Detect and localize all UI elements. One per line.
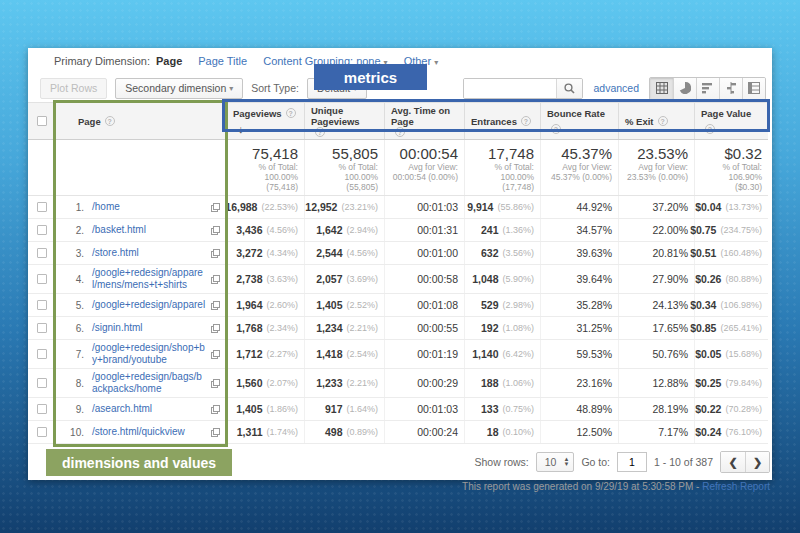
percentage-view-icon[interactable] bbox=[673, 78, 696, 99]
search-icon[interactable] bbox=[556, 78, 582, 99]
row-checkbox[interactable] bbox=[37, 378, 47, 388]
open-page-icon[interactable] bbox=[211, 301, 220, 310]
open-page-icon[interactable] bbox=[211, 350, 220, 359]
column-header-entrances[interactable]: Entrances? bbox=[464, 103, 540, 139]
avg-time-cell-value: 00:01:00 bbox=[417, 247, 458, 259]
page-cell: 8./google+redesign/bags/backpacks/home bbox=[55, 369, 226, 397]
row-checkbox[interactable] bbox=[37, 300, 47, 310]
row-number: 10. bbox=[62, 427, 84, 438]
dimension-content-grouping-link[interactable]: Content Grouping: none▾ bbox=[263, 55, 387, 67]
column-header-page-value[interactable]: Page Value? bbox=[694, 103, 768, 139]
unique-pageviews-cell-value: 498 bbox=[325, 426, 343, 438]
row-checkbox[interactable] bbox=[37, 404, 47, 414]
entrances-cell: 188(1.06%) bbox=[464, 369, 540, 397]
open-page-icon[interactable] bbox=[211, 203, 220, 212]
next-page-icon[interactable]: ❯ bbox=[745, 452, 769, 472]
view-toggle-group bbox=[649, 77, 766, 100]
entrances-cell: 1,140(6.42%) bbox=[464, 340, 540, 368]
help-icon[interactable]: ? bbox=[658, 116, 668, 126]
page-link[interactable]: /store.html/quickview bbox=[92, 426, 207, 438]
column-header-unique-pageviews[interactable]: Unique Pageviews? bbox=[304, 103, 384, 139]
page-link[interactable]: /google+redesign/apparel bbox=[92, 299, 207, 311]
pageviews-cell-percent: (2.27%) bbox=[266, 349, 298, 359]
entrances-cell-percent: (6.42%) bbox=[502, 349, 534, 359]
refresh-report-link[interactable]: Refresh Report bbox=[702, 481, 770, 492]
comparison-view-icon[interactable] bbox=[719, 78, 742, 99]
page-value-cell-value: $0.51 bbox=[690, 247, 716, 259]
column-header-avg-time[interactable]: Avg. Time on Page? bbox=[384, 103, 464, 139]
column-header-pageviews[interactable]: Pageviews?↓ bbox=[226, 103, 304, 139]
dimension-other-link[interactable]: Other▾ bbox=[404, 55, 439, 67]
table-search bbox=[463, 78, 583, 99]
unique-pageviews-cell: 1,405(2.52%) bbox=[304, 294, 384, 316]
column-header-page[interactable]: Page? bbox=[55, 103, 226, 139]
help-icon[interactable]: ? bbox=[315, 127, 325, 137]
row-checkbox[interactable] bbox=[37, 323, 47, 333]
page-link[interactable]: /home bbox=[92, 201, 207, 213]
pivot-view-icon[interactable] bbox=[742, 78, 765, 99]
performance-view-icon[interactable] bbox=[696, 78, 719, 99]
goto-page-input[interactable] bbox=[617, 452, 647, 472]
dimension-page-selected[interactable]: Page bbox=[156, 55, 182, 67]
advanced-search-link[interactable]: advanced bbox=[593, 82, 639, 94]
plot-rows-button[interactable]: Plot Rows bbox=[40, 78, 107, 99]
column-header-bounce-rate[interactable]: Bounce Rate? bbox=[540, 103, 618, 139]
page-link[interactable]: /google+redesign/apparel/mens/mens+t+shi… bbox=[92, 267, 207, 291]
row-checkbox[interactable] bbox=[37, 274, 47, 284]
table-view-icon[interactable] bbox=[650, 78, 673, 99]
pct-exit-cell-value: 37.20% bbox=[652, 201, 688, 213]
row-select-cell bbox=[28, 196, 55, 218]
show-rows-select[interactable]: 10▲▼ bbox=[536, 452, 575, 472]
pageviews-cell-value: 1,560 bbox=[236, 377, 262, 389]
page-cell: 9./asearch.html bbox=[55, 398, 226, 420]
search-input[interactable] bbox=[464, 79, 556, 98]
pct-exit-cell: 50.76% bbox=[618, 340, 694, 368]
report-toolbar: Plot Rows Secondary dimension▾ Sort Type… bbox=[28, 74, 772, 102]
page-link[interactable]: /basket.html bbox=[92, 224, 207, 236]
page-link[interactable]: /google+redesign/shop+by+brand/youtube bbox=[92, 342, 207, 366]
page-value-cell: $0.34(106.98%) bbox=[694, 294, 768, 316]
column-header-pct-exit[interactable]: % Exit? bbox=[618, 103, 694, 139]
open-page-icon[interactable] bbox=[211, 405, 220, 414]
row-checkbox[interactable] bbox=[37, 225, 47, 235]
pct-exit-cell: 28.19% bbox=[618, 398, 694, 420]
open-page-icon[interactable] bbox=[211, 275, 220, 284]
page-link[interactable]: /store.html bbox=[92, 247, 207, 259]
sort-type-select[interactable]: Default▾ bbox=[307, 78, 367, 99]
prev-page-icon[interactable]: ❮ bbox=[721, 452, 745, 472]
help-icon[interactable]: ? bbox=[286, 108, 296, 118]
entrances-cell-percent: (55.86%) bbox=[497, 202, 534, 212]
pageviews-cell-percent: (4.34%) bbox=[266, 248, 298, 258]
help-icon[interactable]: ? bbox=[395, 127, 405, 137]
entrances-cell: 529(2.98%) bbox=[464, 294, 540, 316]
open-page-icon[interactable] bbox=[211, 226, 220, 235]
row-checkbox[interactable] bbox=[37, 349, 47, 359]
row-checkbox[interactable] bbox=[37, 427, 47, 437]
secondary-dimension-button[interactable]: Secondary dimension▾ bbox=[115, 78, 243, 99]
open-page-icon[interactable] bbox=[211, 379, 220, 388]
page-link[interactable]: /google+redesign/bags/backpacks/home bbox=[92, 371, 207, 395]
help-icon[interactable]: ? bbox=[521, 116, 531, 126]
page-value-cell-value: $0.25 bbox=[695, 377, 721, 389]
select-all-checkbox[interactable] bbox=[37, 116, 47, 126]
open-page-icon[interactable] bbox=[211, 428, 220, 437]
avg-time-cell: 00:01:03 bbox=[384, 196, 464, 218]
entrances-cell: 18(0.10%) bbox=[464, 421, 540, 443]
page-link[interactable]: /signin.html bbox=[92, 322, 207, 334]
dimension-page-title-link[interactable]: Page Title bbox=[198, 55, 247, 67]
summary-pct-exit: 23.53%Avg for View:23.53% (0.00%) bbox=[618, 140, 694, 195]
page-value-cell: $0.51(160.48%) bbox=[694, 242, 768, 264]
row-select-cell bbox=[28, 421, 55, 443]
page-link[interactable]: /asearch.html bbox=[92, 403, 207, 415]
help-icon[interactable]: ? bbox=[705, 124, 715, 134]
open-page-icon[interactable] bbox=[211, 249, 220, 258]
page-value-cell-value: $0.04 bbox=[695, 201, 721, 213]
help-icon[interactable]: ? bbox=[105, 116, 115, 126]
row-checkbox[interactable] bbox=[37, 248, 47, 258]
pct-exit-cell-value: 17.65% bbox=[652, 322, 688, 334]
entrances-cell-value: 632 bbox=[481, 247, 499, 259]
open-page-icon[interactable] bbox=[211, 324, 220, 333]
help-icon[interactable]: ? bbox=[551, 124, 561, 134]
row-checkbox[interactable] bbox=[37, 202, 47, 212]
page-value-cell: $0.22(70.28%) bbox=[694, 398, 768, 420]
